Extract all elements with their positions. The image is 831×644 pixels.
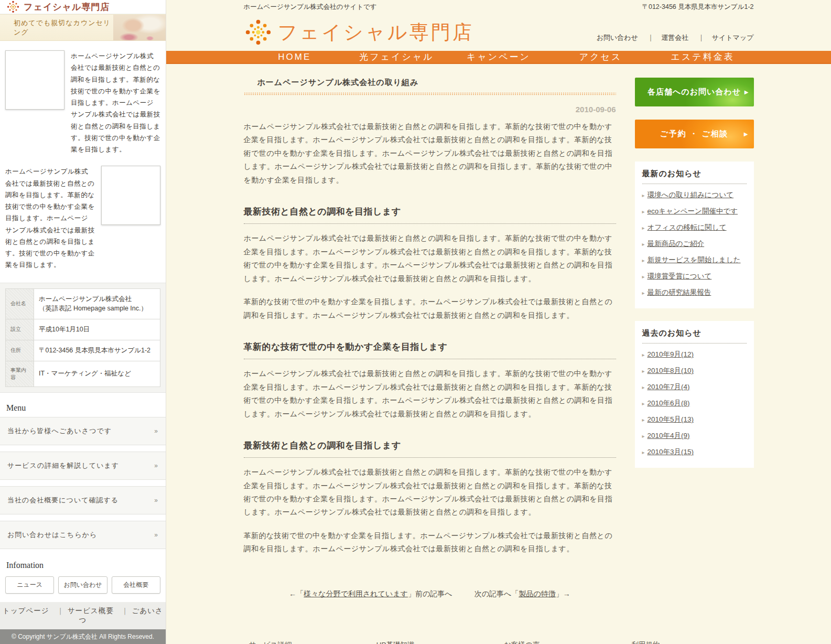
section-heading: 革新的な技術で世の中を動かす企業を目指します [244, 341, 616, 359]
next-article-link[interactable]: 製品の特徴 [519, 589, 555, 598]
news-link[interactable]: ecoキャンペーン開催中です [647, 207, 738, 215]
sidebar-logo[interactable]: フェイシャル専門店 [0, 0, 166, 14]
footer-column-1: ▸サービス詳細▸料金一覧▸制作実績▸お客様の声▸会社概要 [244, 638, 371, 644]
footer-column-4: ▸利用規約▸プライバシーポリシー▸特定商取引に関する表記 [626, 638, 753, 644]
nav-item[interactable]: 光フェイシャル [346, 51, 448, 63]
list-item: ▸2010年7月(4) [642, 378, 747, 394]
reservation-button[interactable]: ご予約 ・ ご相談 ▶ [635, 120, 754, 148]
header-address: 〒012-3456 見本県見本市サンプル1-2 [642, 3, 753, 12]
nav-item[interactable]: キャンペーン [448, 51, 550, 63]
list-item: ▸利用規約 [626, 638, 753, 644]
row-label: 住所 [6, 340, 34, 361]
nav-items: HOME 光フェイシャル キャンペーン アクセス エステ料金表 [244, 51, 754, 63]
list-item: ▸ecoキャンペーン開催中です [642, 202, 747, 219]
list-item: ▸最新商品のご紹介 [642, 235, 747, 251]
chevron-right-icon: » [154, 531, 158, 539]
list-item: ▸環境への取り組みについて [642, 186, 747, 202]
archive-link[interactable]: 2010年8月(10) [647, 367, 694, 374]
sidebar-bottom-link[interactable]: サービス概要 [51, 607, 113, 615]
news-link[interactable]: 環境への取り組みについて [647, 191, 734, 199]
sidebar-menu-item[interactable]: 当社の会社概要について確認する » [0, 486, 166, 514]
main-region: ホームページサンプル株式会社のサイトです 〒012-3456 見本県見本市サンプ… [166, 0, 831, 644]
latest-news-list: ▸環境への取り組みについて ▸ecoキャンペーン開催中です ▸オフィスの移転に関… [642, 186, 747, 300]
list-item: ▸お客様の声 [499, 638, 626, 644]
footer-link[interactable]: お客様の声 [504, 641, 539, 644]
portrait-photo [5, 50, 64, 110]
triangle-marker-icon: ▸ [642, 368, 645, 374]
footer-link[interactable]: HP基礎知識 [376, 641, 415, 644]
info-button[interactable]: お問い合わせ [58, 576, 107, 594]
list-item: ▸2010年5月(13) [642, 411, 747, 427]
news-link[interactable]: オフィスの移転に関して [647, 223, 727, 231]
site-note: ホームページサンプル株式会社のサイトです [244, 3, 377, 12]
site-logo[interactable]: フェイシャル専門店 [244, 18, 474, 47]
row-label: 会社名 [6, 288, 34, 319]
company-rows: 会社名 ホームページサンプル株式会社 （英語表記 Homepage sample… [6, 288, 160, 387]
nav-item[interactable]: エステ料金表 [652, 51, 754, 63]
sidebar-banner[interactable]: 初めてでも親切なカウンセリング [0, 14, 166, 41]
footer-link[interactable]: サービス詳細 [249, 641, 292, 644]
triangle-marker-icon: ▸ [642, 417, 645, 423]
utility-link[interactable]: 運営会社 [640, 34, 689, 41]
sidebar-bottom-links: トップページ サービス概要 ごあいさつ [0, 602, 166, 629]
row-value: ホームページサンプル株式会社 （英語表記 Homepage sample Inc… [34, 288, 160, 319]
footer-column-3: ▸お客様の声▸ご意見ご感想はこちら▸キャンペーン▸お知らせ [499, 638, 626, 644]
list-item: ▸最新の研究結果報告 [642, 284, 747, 300]
table-row: 会社名 ホームページサンプル株式会社 （英語表記 Homepage sample… [6, 288, 160, 319]
row-value: 〒012-3456 見本県見本市サンプル1-2 [34, 340, 160, 361]
nav-item[interactable]: アクセス [549, 51, 652, 63]
list-item: ▸オフィスの移転に関して [642, 219, 747, 235]
info-button[interactable]: ニュース [5, 576, 54, 594]
left-sidebar: フェイシャル専門店 初めてでも親切なカウンセリング ホームページサンプル株式会社… [0, 0, 166, 644]
company-info-table-wrap: 会社名 ホームページサンプル株式会社 （英語表記 Homepage sample… [0, 283, 166, 393]
sidebar-profile-2: ホームページサンプル株式会社では最新技術と自然との調和を目指します。革新的な技術… [0, 163, 166, 278]
list-item: ▸HP基礎知識 [371, 638, 499, 644]
utility-link[interactable]: サイトマップ [690, 34, 754, 41]
right-sidebar: 各店舗へのお問い合わせ ▶ ご予約 ・ ご相談 ▶ 最新のお知らせ ▸環境への取… [635, 78, 754, 599]
archive-link[interactable]: 2010年7月(4) [647, 383, 690, 391]
list-item: ▸2010年4月(9) [642, 427, 747, 443]
facial-treatment-image [113, 15, 166, 40]
archive-link[interactable]: 2010年3月(15) [647, 448, 694, 456]
site-logo-text: フェイシャル専門店 [278, 19, 474, 46]
sidebar-bottom-link[interactable]: トップページ [3, 607, 49, 615]
table-row: 設立 平成10年1月10日 [6, 319, 160, 340]
sidebar-menu-item[interactable]: サービスの詳細を解説しています » [0, 452, 166, 480]
news-link[interactable]: 新規サービスを開始しました [647, 256, 741, 264]
archive-link[interactable]: 2010年4月(9) [647, 432, 690, 439]
post-navigation: ←「様々な分野で利用されています」前の記事へ次の記事へ「製品の特徴」→ [244, 589, 616, 599]
nav-item[interactable]: HOME [244, 51, 346, 63]
information-buttons: ニュース お問い合わせ 会社概要 [0, 574, 166, 594]
menu-item-label: サービスの詳細を解説しています [7, 461, 119, 470]
chevron-right-icon: » [154, 497, 158, 504]
article-paragraph: ホームページサンプル株式会社では最新技術と自然との調和を目指します。革新的な技術… [244, 120, 616, 187]
triangle-marker-icon: ▸ [642, 449, 645, 455]
utility-link[interactable]: お問い合わせ [597, 34, 638, 41]
list-item: ▸2010年6月(8) [642, 394, 747, 411]
info-button[interactable]: 会社概要 [112, 576, 160, 594]
company-info-table: 会社名 ホームページサンプル株式会社 （英語表記 Homepage sample… [5, 288, 160, 387]
chevron-right-icon: » [154, 462, 158, 469]
archive-link[interactable]: 2010年6月(8) [647, 399, 690, 407]
footer-link[interactable]: 利用規約 [631, 641, 660, 644]
news-link[interactable]: 環境賞受賞について [647, 272, 712, 280]
news-link[interactable]: 最新商品のご紹介 [647, 240, 705, 248]
footer-column-2: ▸HP基礎知識▸HP応用編▸eco・環境事業▸マーケティング事業 [371, 638, 499, 644]
archive-link[interactable]: 2010年5月(13) [647, 415, 694, 423]
flower-logo-icon [6, 0, 20, 14]
store-contact-button[interactable]: 各店舗へのお問い合わせ ▶ [635, 78, 754, 106]
sidebar-profile-1: ホームページサンプル株式会社では最新技術と自然との調和を目指します。革新的な技術… [0, 41, 166, 163]
list-item: ▸環境賞受賞について [642, 267, 747, 284]
page-title: ホームページサンプル株式会社の取り組み [244, 78, 616, 88]
play-arrow-icon: ▶ [744, 131, 749, 137]
prev-article-link[interactable]: 様々な分野で利用されています [304, 589, 408, 598]
triangle-marker-icon: ▸ [642, 352, 645, 358]
row-value: IT・マーケティング・福祉など [34, 361, 160, 387]
information-heading: Infomation [6, 561, 159, 570]
archive-link[interactable]: 2010年9月(12) [647, 350, 694, 358]
sidebar-menu-item[interactable]: 当社から皆様へごあいさつです » [0, 417, 166, 445]
section-heading: 最新技術と自然との調和を目指します [244, 439, 616, 458]
list-item: ▸サービス詳細 [244, 638, 371, 644]
news-link[interactable]: 最新の研究結果報告 [647, 288, 711, 296]
sidebar-menu-item[interactable]: お問い合わせはこちらから » [0, 521, 166, 549]
